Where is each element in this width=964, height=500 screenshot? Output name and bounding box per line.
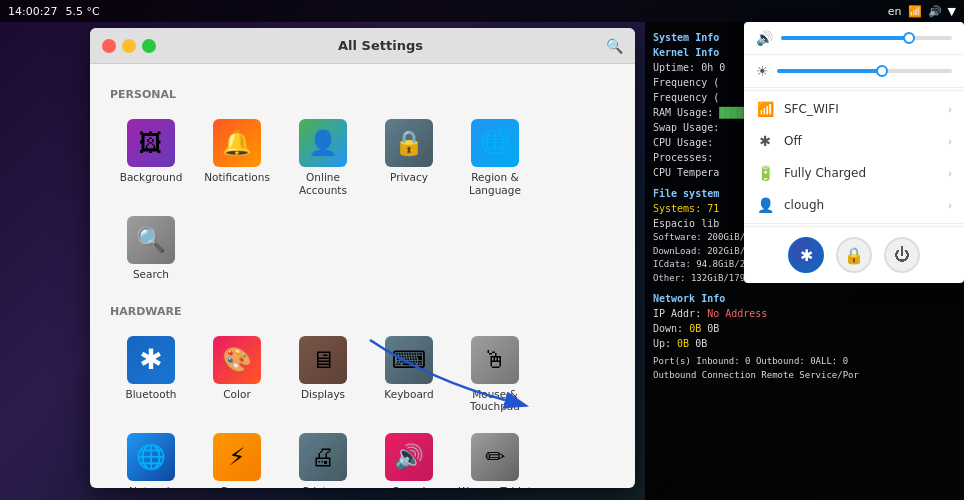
displays-icon: 🖥 [299,336,347,384]
sysinfo-up: Up: 0B 0B [653,336,957,351]
user-label: clough [784,198,938,212]
dropdown-battery[interactable]: 🔋 Fully Charged › [744,157,964,189]
background-label: Background [120,171,183,184]
close-button[interactable] [102,39,116,53]
settings-circle-button[interactable]: ✱ [788,237,824,273]
online-accounts-icon: 👤 [299,119,347,167]
volume-slider-row: 🔊 [744,22,964,55]
wifi-icon: 📶 [908,5,922,18]
settings-titlebar: All Settings 🔍 [90,28,635,64]
maximize-button[interactable] [142,39,156,53]
notifications-icon: 🔔 [213,119,261,167]
settings-item-wacom[interactable]: ✏ Wacom Tablet [454,425,536,488]
clock: 14:00:27 [8,5,57,18]
keyboard-icon: ⌨ [385,336,433,384]
wifi-chevron-icon: › [948,104,952,115]
volume-thumb[interactable] [903,32,915,44]
divider-1 [744,90,964,91]
settings-body: Personal 🖼 Background 🔔 Notifications 👤 … [90,64,635,488]
volume-fill [781,36,909,40]
top-bar: 14:00:27 5.5 °C en 📶 🔊 ▼ [0,0,964,22]
settings-item-power[interactable]: ⚡ Power [196,425,278,488]
settings-item-online-accounts[interactable]: 👤 Online Accounts [282,111,364,204]
sysinfo-network: Network Info [653,291,957,306]
printers-icon: 🖨 [299,433,347,481]
settings-item-color[interactable]: 🎨 Color [196,328,278,421]
hardware-section-title: Hardware [110,305,615,318]
minimize-button[interactable] [122,39,136,53]
sysinfo-down: Down: 0B 0B [653,321,957,336]
brightness-slider-icon: ☀ [756,63,769,79]
region-icon: 🌐 [471,119,519,167]
settings-item-notifications[interactable]: 🔔 Notifications [196,111,278,204]
circle-buttons-row: ✱ 🔒 ⏻ [744,226,964,283]
dropdown-menu: 🔊 ☀ 📶 SFC_WIFI › ✱ Off › 🔋 Fully Charged… [744,22,964,283]
search-icon: 🔍 [127,216,175,264]
battery-label: Fully Charged [784,166,938,180]
divider-2 [744,223,964,224]
mouse-label: Mouse & Touchpad [458,388,532,413]
settings-item-printers[interactable]: 🖨 Printers [282,425,364,488]
power-label: Power [221,485,253,488]
lang-indicator[interactable]: en [888,5,902,18]
settings-item-network[interactable]: 🌐 Network [110,425,192,488]
settings-item-region[interactable]: 🌐 Region & Language [454,111,536,204]
network-label: Network [129,485,173,488]
top-bar-right: en 📶 🔊 ▼ [888,5,956,18]
search-button[interactable]: 🔍 [605,37,623,55]
keyboard-label: Keyboard [384,388,433,401]
privacy-icon: 🔒 [385,119,433,167]
wacom-label: Wacom Tablet [458,485,531,488]
sysinfo-ports: Port(s) Inbound: 0 Outbound: 0ALL: 0 [653,355,957,369]
brightness-track[interactable] [777,69,952,73]
bluetooth-icon: ✱ [127,336,175,384]
power-icon: ⚡ [213,433,261,481]
background-icon: 🖼 [127,119,175,167]
sound-icon: 🔊 [385,433,433,481]
mouse-icon: 🖱 [471,336,519,384]
settings-item-bluetooth[interactable]: ✱ Bluetooth [110,328,192,421]
window-title: All Settings [156,38,605,53]
displays-label: Displays [301,388,345,401]
sysinfo-ip: IP Addr: No Address [653,306,957,321]
network-icon: 🌐 [127,433,175,481]
bluetooth-off-label: Off [784,134,938,148]
sysinfo-outbound: Outbound Connection Remote Service/Por [653,369,957,383]
tray-icon[interactable]: ▼ [948,5,956,18]
volume-track[interactable] [781,36,952,40]
temperature: 5.5 °C [65,5,99,18]
user-menu-icon: 👤 [756,197,774,213]
settings-item-keyboard[interactable]: ⌨ Keyboard [368,328,450,421]
brightness-thumb[interactable] [876,65,888,77]
bluetooth-label: Bluetooth [126,388,177,401]
dropdown-wifi[interactable]: 📶 SFC_WIFI › [744,93,964,125]
sound-label: Sound [392,485,425,488]
battery-menu-icon: 🔋 [756,165,774,181]
battery-chevron-icon: › [948,168,952,179]
personal-section-title: Personal [110,88,615,101]
settings-item-privacy[interactable]: 🔒 Privacy [368,111,450,204]
settings-item-sound[interactable]: 🔊 Sound [368,425,450,488]
dropdown-bluetooth[interactable]: ✱ Off › [744,125,964,157]
privacy-label: Privacy [390,171,428,184]
online-accounts-label: Online Accounts [286,171,360,196]
settings-item-mouse[interactable]: 🖱 Mouse & Touchpad [454,328,536,421]
printers-label: Printers [303,485,343,488]
volume-slider-icon: 🔊 [756,30,773,46]
settings-item-displays[interactable]: 🖥 Displays [282,328,364,421]
color-icon: 🎨 [213,336,261,384]
settings-item-search[interactable]: 🔍 Search [110,208,192,289]
wifi-label: SFC_WIFI [784,102,938,116]
volume-icon: 🔊 [928,5,942,18]
power-circle-button[interactable]: ⏻ [884,237,920,273]
user-chevron-icon: › [948,200,952,211]
bluetooth-chevron-icon: › [948,136,952,147]
wifi-menu-icon: 📶 [756,101,774,117]
dropdown-user[interactable]: 👤 clough › [744,189,964,221]
brightness-fill [777,69,882,73]
lock-circle-button[interactable]: 🔒 [836,237,872,273]
search-label: Search [133,268,169,281]
top-bar-left: 14:00:27 5.5 °C [8,5,100,18]
settings-item-background[interactable]: 🖼 Background [110,111,192,204]
bluetooth-menu-icon: ✱ [756,133,774,149]
